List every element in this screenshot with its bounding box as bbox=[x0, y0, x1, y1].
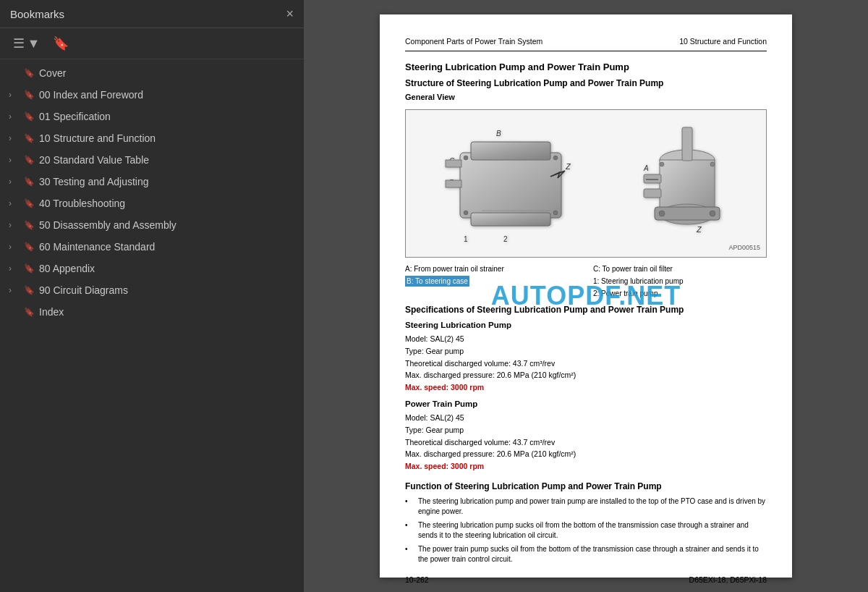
page-document: AUTOPDF.NET Component Parts of Power Tra… bbox=[380, 14, 792, 578]
caption-b: B: To steering case bbox=[405, 276, 579, 287]
pump-right-svg: A Z bbox=[640, 120, 734, 247]
sidebar-item-label: Index bbox=[39, 306, 295, 318]
diagram-inner: C B B Z bbox=[406, 110, 766, 257]
sidebar-item-80[interactable]: ›🔖80 Appendix bbox=[0, 258, 304, 279]
chevron-icon: › bbox=[9, 177, 19, 187]
steering-volume: Theoretical discharged volume: 43.7 cm³/… bbox=[405, 358, 767, 370]
sidebar-item-10[interactable]: ›🔖10 Structure and Function bbox=[0, 127, 304, 149]
svg-rect-6 bbox=[446, 160, 461, 167]
sidebar-item-01[interactable]: ›🔖01 Specification bbox=[0, 106, 304, 127]
page-header: Component Parts of Power Train System 10… bbox=[405, 36, 767, 51]
bullet-text: The steering lubrication pump sucks oil … bbox=[418, 520, 767, 541]
sidebar: Bookmarks × ☰ ▼ 🔖 🔖Cover›🔖00 Index and F… bbox=[0, 0, 304, 592]
bullet-item: •The steering lubrication pump sucks oil… bbox=[405, 520, 767, 541]
svg-point-15 bbox=[553, 156, 558, 160]
caption-2: 2: Power train pump bbox=[593, 288, 767, 299]
page-footer: 10-262 D65EXi-18, D65PXi-18 bbox=[405, 575, 767, 586]
svg-text:2: 2 bbox=[503, 235, 508, 243]
svg-rect-22 bbox=[644, 174, 661, 183]
bookmark-icon: 🔖 bbox=[23, 111, 35, 122]
steering-type: Type: Gear pump bbox=[405, 346, 767, 358]
sidebar-item-50[interactable]: ›🔖50 Disassembly and Assembly bbox=[0, 214, 304, 236]
sidebar-item-label: 30 Testing and Adjusting bbox=[39, 176, 295, 187]
chevron-icon: › bbox=[9, 285, 19, 295]
footer-right: D65EXi-18, D65PXi-18 bbox=[689, 575, 767, 586]
svg-point-16 bbox=[464, 211, 468, 215]
bullet-item: •The power train pump sucks oil from the… bbox=[405, 544, 767, 564]
header-left: Component Parts of Power Train System bbox=[405, 36, 542, 48]
list-view-button[interactable]: ☰ ▼ bbox=[10, 34, 43, 53]
power-speed: Max. speed: 3000 rpm bbox=[405, 461, 767, 473]
sidebar-toolbar: ☰ ▼ 🔖 bbox=[0, 28, 304, 59]
sidebar-header: Bookmarks × bbox=[0, 0, 304, 28]
bullet-text: The steering lubrication pump and power … bbox=[418, 496, 767, 517]
sidebar-item-30[interactable]: ›🔖30 Testing and Adjusting bbox=[0, 171, 304, 193]
svg-point-28 bbox=[710, 162, 715, 166]
svg-rect-7 bbox=[446, 180, 461, 187]
svg-rect-21 bbox=[682, 127, 692, 161]
sidebar-item-label: Cover bbox=[39, 67, 295, 79]
spec-block: Specifications of Steering Lubrication P… bbox=[405, 303, 767, 473]
sidebar-item-label: 40 Troubleshooting bbox=[39, 198, 295, 209]
sidebar-item-label: 50 Disassembly and Assembly bbox=[39, 219, 295, 231]
svg-point-26 bbox=[710, 211, 715, 216]
diagram-id: APD00515 bbox=[728, 243, 760, 253]
svg-text:B: B bbox=[496, 130, 501, 138]
sidebar-item-cover[interactable]: 🔖Cover bbox=[0, 62, 304, 84]
svg-text:Z: Z bbox=[565, 162, 571, 171]
sidebar-item-label: 01 Specification bbox=[39, 111, 295, 122]
function-block: Function of Steering Lubrication Pump an… bbox=[405, 480, 767, 564]
sidebar-item-label: 20 Standard Value Table bbox=[39, 154, 295, 166]
bullet-dot: • bbox=[405, 544, 412, 564]
bullet-dot: • bbox=[405, 496, 412, 517]
svg-point-27 bbox=[660, 162, 664, 166]
sub2: General View bbox=[405, 91, 767, 103]
bookmark-icon: 🔖 bbox=[23, 198, 35, 208]
bookmark-add-button[interactable]: 🔖 bbox=[50, 34, 72, 53]
sidebar-item-60[interactable]: ›🔖60 Maintenance Standard bbox=[0, 236, 304, 258]
sidebar-item-label: 10 Structure and Function bbox=[39, 132, 295, 144]
bookmark-icon: 🔖 bbox=[23, 285, 35, 295]
bookmark-icon: 🔖 bbox=[23, 242, 35, 252]
bullet-dot: • bbox=[405, 520, 412, 541]
spec-section-title: Specifications of Steering Lubrication P… bbox=[405, 303, 767, 316]
subtitle: Structure of Steering Lubrication Pump a… bbox=[405, 77, 767, 90]
svg-text:A: A bbox=[643, 164, 649, 172]
bookmark-icon: 🔖 bbox=[23, 90, 35, 100]
power-pressure: Max. discharged pressure: 20.6 MPa (210 … bbox=[405, 449, 767, 460]
power-pump-title: Power Train Pump bbox=[405, 398, 767, 410]
diagram-box: C B B Z bbox=[405, 109, 767, 258]
bullet-text: The power train pump sucks oil from the … bbox=[418, 544, 767, 564]
power-volume: Theoretical discharged volume: 43.7 cm³/… bbox=[405, 437, 767, 449]
bookmark-icon: 🔖 bbox=[23, 68, 35, 78]
bookmark-icon: 🔖 bbox=[23, 155, 35, 165]
sidebar-item-label: 80 Appendix bbox=[39, 263, 295, 274]
caption-a: A: From power train oil strainer bbox=[405, 263, 579, 274]
sidebar-title: Bookmarks bbox=[10, 8, 64, 20]
bookmark-icon: 🔖 bbox=[23, 307, 35, 317]
sidebar-item-00[interactable]: ›🔖00 Index and Foreword bbox=[0, 84, 304, 106]
sidebar-item-index[interactable]: 🔖Index bbox=[0, 301, 304, 323]
chevron-icon: › bbox=[9, 133, 19, 143]
sidebar-item-40[interactable]: ›🔖40 Troubleshooting bbox=[0, 193, 304, 214]
chevron-icon: › bbox=[9, 198, 19, 208]
captions: A: From power train oil strainer C: To p… bbox=[405, 263, 767, 299]
chevron-icon: › bbox=[9, 263, 19, 274]
chevron-icon: › bbox=[9, 220, 19, 230]
bullet-item: •The steering lubrication pump and power… bbox=[405, 496, 767, 517]
pump-left-svg: C B B Z bbox=[438, 120, 605, 247]
header-right: 10 Structure and Function bbox=[679, 36, 767, 48]
chevron-icon: › bbox=[9, 90, 19, 100]
sidebar-item-20[interactable]: ›🔖20 Standard Value Table bbox=[0, 149, 304, 171]
bookmark-icon: 🔖 bbox=[23, 133, 35, 143]
sidebar-item-label: 60 Maintenance Standard bbox=[39, 241, 295, 253]
sidebar-item-90[interactable]: ›🔖90 Circuit Diagrams bbox=[0, 279, 304, 301]
main-content: AUTOPDF.NET Component Parts of Power Tra… bbox=[304, 0, 868, 592]
bookmark-icon: 🔖 bbox=[23, 263, 35, 274]
chevron-icon: › bbox=[9, 155, 19, 165]
bookmark-icon: 🔖 bbox=[23, 177, 35, 187]
svg-text:Z: Z bbox=[696, 225, 702, 234]
close-button[interactable]: × bbox=[286, 7, 294, 20]
svg-text:1: 1 bbox=[464, 235, 468, 243]
caption-c: C: To power train oil filter bbox=[593, 263, 767, 274]
